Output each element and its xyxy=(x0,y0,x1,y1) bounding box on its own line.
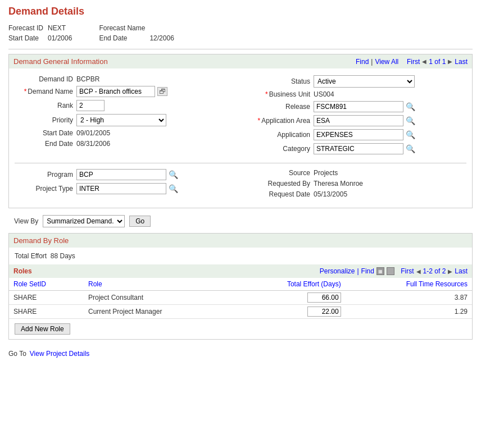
project-type-lookup-icon[interactable]: 🔍 xyxy=(169,184,178,193)
application-input[interactable] xyxy=(314,129,403,140)
total-effort-input[interactable] xyxy=(307,292,341,303)
view-project-details-link[interactable]: View Project Details xyxy=(30,350,90,358)
start-date-row: Start Date 09/01/2005 xyxy=(15,129,235,137)
project-type-input[interactable] xyxy=(76,183,166,194)
header-start-date-value: 01/2006 xyxy=(48,33,76,43)
roles-nav: Personalize | Find ▦ First ◀ 1-2 of 2 ▶ … xyxy=(320,267,468,275)
total-effort-row: Total Effort 88 Days xyxy=(9,248,472,264)
roles-table: Role SetID Role Total Effort (Days) Full… xyxy=(9,278,472,319)
goto-row: Go To View Project Details xyxy=(8,346,473,361)
end-date-label: End Date xyxy=(15,140,76,148)
cell-role-setid: SHARE xyxy=(9,291,84,305)
header-end-date-value: 12/2006 xyxy=(149,33,178,43)
priority-select[interactable]: 1 - Low 2 - High 3 - Critical xyxy=(76,114,166,126)
project-type-label: Project Type xyxy=(15,185,76,193)
page-title: Demand Details xyxy=(8,6,473,17)
cell-full-time-resources: 1.29 xyxy=(346,305,472,319)
status-select[interactable]: Active Inactive Pending xyxy=(314,75,415,88)
first-link[interactable]: First xyxy=(407,58,420,66)
form-grid: Demand ID BCPBR Demand Name 🗗 Rank xyxy=(15,75,466,157)
start-date-value: 09/01/2005 xyxy=(76,129,110,137)
last-link[interactable]: Last xyxy=(455,58,468,66)
popup-icon[interactable]: 🗗 xyxy=(157,87,167,96)
project-type-row: Project Type 🔍 xyxy=(15,183,235,194)
status-row: Status Active Inactive Pending xyxy=(246,75,466,88)
go-button[interactable]: Go xyxy=(129,216,151,227)
cell-role-setid: SHARE xyxy=(9,305,84,319)
roles-next-icon[interactable]: ▶ xyxy=(448,268,452,275)
grid-icon[interactable]: ▦ xyxy=(376,267,384,275)
demand-general-section: Demand General Information Find | View A… xyxy=(8,54,473,208)
rank-label: Rank xyxy=(15,102,76,109)
demand-general-body: Demand ID BCPBR Demand Name 🗗 Rank xyxy=(9,68,472,208)
forecast-id-value: NEXT xyxy=(48,23,76,33)
roles-title: Roles xyxy=(13,267,32,275)
application-area-input[interactable] xyxy=(314,115,403,126)
demand-general-nav: Find | View All First ◀ 1 of 1 ▶ Last xyxy=(356,58,468,66)
cell-role: Current Project Manager xyxy=(84,305,233,319)
requested-by-label: Requested By xyxy=(246,180,314,188)
forecast-name-label: Forecast Name xyxy=(99,23,149,33)
end-date-row: End Date 08/31/2006 xyxy=(15,140,235,148)
demand-general-title: Demand General Information xyxy=(13,57,108,66)
roles-find-link[interactable]: Find xyxy=(361,267,374,275)
rank-row: Rank xyxy=(15,100,235,111)
bottom-right-col: Source Projects Requested By Theresa Mon… xyxy=(246,169,466,201)
personalize-link[interactable]: Personalize xyxy=(320,267,355,275)
demand-id-value: BCPBR xyxy=(76,75,99,83)
cell-total-effort xyxy=(233,291,346,305)
rank-input[interactable] xyxy=(76,100,105,111)
total-effort-label: Total Effort xyxy=(15,252,47,260)
business-unit-row: Business Unit US004 xyxy=(246,90,466,98)
next-icon[interactable]: ▶ xyxy=(448,58,452,65)
category-lookup-icon[interactable]: 🔍 xyxy=(406,144,415,153)
cell-role: Project Consultant xyxy=(84,291,233,305)
category-input[interactable] xyxy=(314,143,403,154)
demand-name-input[interactable] xyxy=(76,86,155,97)
goto-label: Go To xyxy=(8,350,26,358)
add-role-button[interactable]: Add New Role xyxy=(15,323,70,335)
demand-by-role-section: Demand By Role Total Effort 88 Days Role… xyxy=(8,233,473,340)
program-row: Program 🔍 xyxy=(15,169,235,180)
prev-icon[interactable]: ◀ xyxy=(422,58,426,65)
request-date-value: 05/13/2005 xyxy=(314,190,347,198)
source-label: Source xyxy=(246,169,314,177)
forecast-name-value xyxy=(149,23,178,33)
header-end-date-label: End Date xyxy=(99,33,149,43)
header-section: Forecast ID NEXT Forecast Name Start Dat… xyxy=(8,23,473,43)
source-row: Source Projects xyxy=(246,169,466,177)
roles-table-header-row: Role SetID Role Total Effort (Days) Full… xyxy=(9,278,472,291)
roles-last-link[interactable]: Last xyxy=(455,267,468,275)
view-by-label: View By xyxy=(14,217,38,225)
end-date-value: 08/31/2006 xyxy=(76,140,110,148)
application-area-lookup-icon[interactable]: 🔍 xyxy=(406,116,415,125)
application-label: Application xyxy=(246,131,314,139)
col-header-role: Role xyxy=(84,278,233,291)
right-col: Status Active Inactive Pending Business … xyxy=(246,75,466,157)
program-lookup-icon[interactable]: 🔍 xyxy=(169,170,178,179)
demand-by-role-header: Demand By Role xyxy=(9,234,472,248)
program-label: Program xyxy=(15,171,76,179)
category-label: Category xyxy=(246,145,314,153)
release-lookup-icon[interactable]: 🔍 xyxy=(406,102,415,111)
col-header-full-time: Full Time Resources xyxy=(346,278,472,291)
roles-prev-icon[interactable]: ◀ xyxy=(416,268,421,275)
cell-full-time-resources: 3.87 xyxy=(346,291,472,305)
priority-row: Priority 1 - Low 2 - High 3 - Critical xyxy=(15,114,235,126)
application-lookup-icon[interactable]: 🔍 xyxy=(406,130,415,139)
status-label: Status xyxy=(246,77,314,85)
release-input[interactable] xyxy=(314,101,403,112)
table-row: SHARE Current Project Manager 1.29 xyxy=(9,305,472,319)
application-area-label: Application Area xyxy=(246,117,314,125)
view-by-select[interactable]: Summarized Demand. Detail xyxy=(43,215,125,227)
demand-name-row: Demand Name 🗗 xyxy=(15,86,235,97)
program-input[interactable] xyxy=(76,169,166,180)
roles-first-link[interactable]: First xyxy=(401,267,414,275)
spreadsheet-icon[interactable] xyxy=(387,267,394,275)
application-row: Application 🔍 xyxy=(246,129,466,140)
view-all-link[interactable]: View All xyxy=(375,58,398,66)
demand-name-label: Demand Name xyxy=(15,88,76,95)
total-effort-input[interactable] xyxy=(307,307,341,317)
find-link[interactable]: Find xyxy=(356,58,369,66)
requested-by-row: Requested By Theresa Monroe xyxy=(246,180,466,188)
